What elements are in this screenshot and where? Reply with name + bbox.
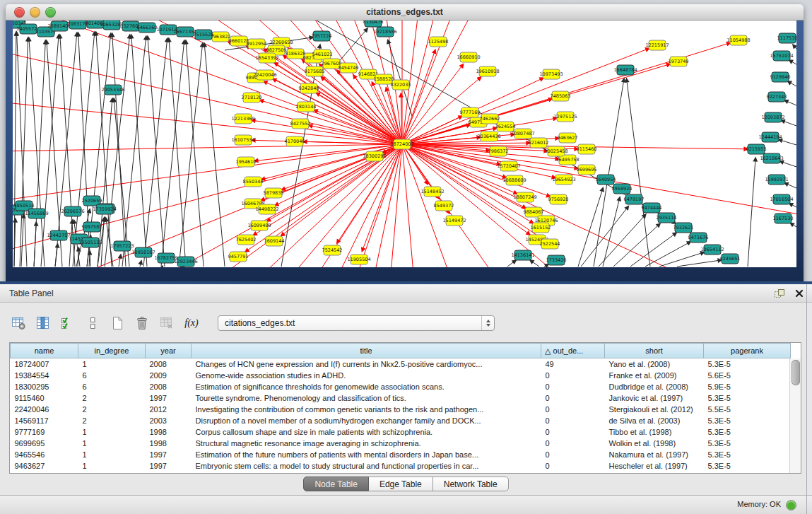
table-cell[interactable]: Hescheler et al. (1997) bbox=[605, 460, 704, 472]
graph-node[interactable]: 12442757 bbox=[47, 230, 70, 240]
graph-node[interactable]: 12444194 bbox=[758, 132, 782, 142]
graph-node[interactable]: 8471676 bbox=[688, 233, 709, 243]
table-row[interactable]: 2242004622012Investigating the contribut… bbox=[11, 404, 791, 415]
row-height-icon[interactable] bbox=[84, 315, 101, 332]
column-header-out_de[interactable]: △ out_de... bbox=[541, 344, 605, 358]
table-cell[interactable]: 0 bbox=[541, 370, 605, 381]
table-row[interactable]: 1872400712008Changes of HCN gene express… bbox=[11, 358, 791, 370]
table-cell[interactable]: Embryonic stem cells: a model to study s… bbox=[192, 460, 541, 472]
table-cell[interactable]: 14569117 bbox=[11, 415, 78, 426]
graph-node[interactable]: 9463627 bbox=[558, 133, 578, 143]
table-cell[interactable]: 0 bbox=[541, 449, 605, 460]
table-row[interactable]: 911546021997Tourette syndrome. Phenomeno… bbox=[11, 392, 791, 404]
graph-node[interactable]: 8322033 bbox=[391, 80, 411, 90]
table-cell[interactable]: 5.3E-5 bbox=[704, 438, 791, 449]
table-cell[interactable]: 0 bbox=[541, 438, 605, 449]
table-cell[interactable]: Genome-wide association studies in ADHD. bbox=[192, 370, 541, 381]
graph-node[interactable]: 11456869 bbox=[25, 209, 48, 218]
graph-node[interactable]: 16782759 bbox=[154, 253, 177, 263]
graph-node[interactable]: 2718120 bbox=[242, 93, 262, 103]
tab-edge-table[interactable]: Edge Table bbox=[368, 477, 433, 491]
close-panel-icon[interactable] bbox=[795, 289, 804, 298]
show-columns-icon[interactable] bbox=[35, 315, 52, 332]
graph-node-hub[interactable]: 18724007 bbox=[390, 139, 413, 149]
table-cell[interactable]: 2 bbox=[78, 415, 146, 426]
graph-node[interactable]: 19654923 bbox=[552, 175, 575, 185]
delete-columns-icon[interactable] bbox=[134, 315, 151, 332]
graph-node[interactable]: 10807487 bbox=[511, 129, 534, 139]
table-cell[interactable]: 9777169 bbox=[11, 426, 78, 438]
graph-node[interactable]: 1167530 bbox=[773, 214, 794, 223]
graph-node[interactable]: 16660910 bbox=[457, 52, 480, 62]
table-options-icon[interactable] bbox=[10, 315, 27, 332]
graph-node[interactable]: 1640954 bbox=[596, 175, 616, 185]
table-cell[interactable]: de Silva et al. (2003) bbox=[605, 415, 704, 426]
graph-node[interactable]: 16648784 bbox=[613, 65, 637, 75]
table-cell[interactable]: 1 bbox=[78, 449, 146, 460]
graph-node[interactable]: 12975125 bbox=[553, 112, 577, 122]
table-cell[interactable]: 2 bbox=[78, 392, 146, 404]
graph-node[interactable]: 1615152 bbox=[531, 223, 551, 233]
column-header-in_degree[interactable]: in_degree bbox=[78, 344, 146, 358]
graph-node[interactable]: 9457791 bbox=[228, 252, 249, 262]
table-cell[interactable]: 5.3E-5 bbox=[704, 358, 791, 370]
table-cell[interactable]: 1 bbox=[78, 438, 146, 449]
graph-node[interactable]: 12093872 bbox=[761, 112, 784, 122]
graph-node[interactable]: 6216012 bbox=[529, 138, 549, 148]
graph-node[interactable]: 7485063 bbox=[551, 91, 571, 101]
graph-node[interactable]: 16210643 bbox=[760, 153, 783, 163]
graph-node[interactable]: 1609144 bbox=[264, 236, 285, 246]
graph-node[interactable]: 15720407 bbox=[497, 161, 520, 171]
graph-node[interactable]: 18807249 bbox=[513, 192, 536, 202]
table-row[interactable]: 946362711997Embryonic stem cells: a mode… bbox=[11, 460, 791, 472]
graph-node[interactable]: 8454749 bbox=[339, 63, 359, 73]
table-row[interactable]: 946554611997Estimation of the future num… bbox=[11, 449, 791, 460]
graph-node[interactable]: 5879835 bbox=[264, 188, 284, 198]
graph-node[interactable]: 24055724 bbox=[16, 24, 40, 34]
graph-node[interactable]: 6479197 bbox=[624, 194, 645, 204]
table-cell[interactable]: Wolkin et al. (1998) bbox=[605, 438, 704, 449]
table-cell[interactable]: 9115460 bbox=[11, 392, 78, 404]
graph-node[interactable]: 8549372 bbox=[434, 201, 454, 211]
window-titlebar[interactable]: citations_edges.txt bbox=[6, 4, 804, 21]
scrollbar-thumb[interactable] bbox=[792, 360, 800, 385]
table-cell[interactable]: 5.3E-5 bbox=[704, 415, 791, 426]
graph-node[interactable]: 1527602 bbox=[121, 21, 141, 31]
table-cell[interactable]: 0 bbox=[541, 392, 605, 404]
graph-node[interactable]: 12213369 bbox=[231, 114, 254, 124]
table-cell[interactable]: 0 bbox=[541, 460, 605, 472]
table-cell[interactable]: 19384554 bbox=[11, 370, 78, 381]
graph-node[interactable]: 8550344 bbox=[243, 177, 264, 187]
graph-node[interactable]: 16543392 bbox=[255, 53, 278, 63]
graph-node[interactable]: 1733426 bbox=[546, 255, 567, 265]
graph-node[interactable]: 10653287 bbox=[100, 21, 123, 30]
column-header-name[interactable]: name bbox=[11, 344, 78, 358]
select-visible-columns-icon[interactable] bbox=[59, 315, 76, 332]
graph-node[interactable]: 7932621 bbox=[673, 223, 694, 233]
table-cell[interactable]: Structural magnetic resonance image aver… bbox=[192, 438, 541, 449]
graph-node[interactable]: 10654112 bbox=[700, 245, 724, 255]
graph-node[interactable]: 1125498 bbox=[428, 37, 449, 47]
graph-node[interactable]: 2967608 bbox=[322, 59, 342, 69]
table-cell[interactable]: 5.3E-5 bbox=[704, 426, 791, 438]
table-cell[interactable]: Jankovic et al. (1997) bbox=[605, 392, 704, 404]
graph-node[interactable]: 16107534 bbox=[231, 135, 254, 145]
function-builder-button[interactable]: f(x) bbox=[183, 315, 200, 332]
tab-node-table[interactable]: Node Table bbox=[303, 477, 369, 491]
table-cell[interactable]: 0 bbox=[541, 381, 605, 392]
graph-node[interactable]: 8958924 bbox=[612, 184, 632, 194]
table-cell[interactable]: 2 bbox=[78, 404, 146, 415]
graph-node[interactable]: 1973749 bbox=[669, 57, 689, 66]
table-cell[interactable]: 6 bbox=[78, 381, 146, 392]
table-cell[interactable]: Dudbridge et al. (2008) bbox=[605, 381, 704, 392]
graph-node[interactable]: 8912954 bbox=[247, 39, 267, 49]
graph-node[interactable]: 8186328 bbox=[286, 49, 306, 59]
table-cell[interactable]: 9463627 bbox=[11, 460, 78, 472]
table-row[interactable]: 969969511998Structural magnetic resonanc… bbox=[11, 438, 791, 449]
citation-network-graph[interactable]: 1872400718300295796382296601288912954222… bbox=[13, 21, 796, 267]
graph-node[interactable]: 9014068 bbox=[86, 21, 106, 28]
table-cell[interactable]: Estimation of the future numbers of pati… bbox=[192, 449, 541, 460]
table-cell[interactable]: 22420046 bbox=[11, 404, 78, 415]
graph-node[interactable]: 15992971 bbox=[765, 175, 788, 185]
graph-node[interactable]: 2083176 bbox=[68, 21, 88, 29]
